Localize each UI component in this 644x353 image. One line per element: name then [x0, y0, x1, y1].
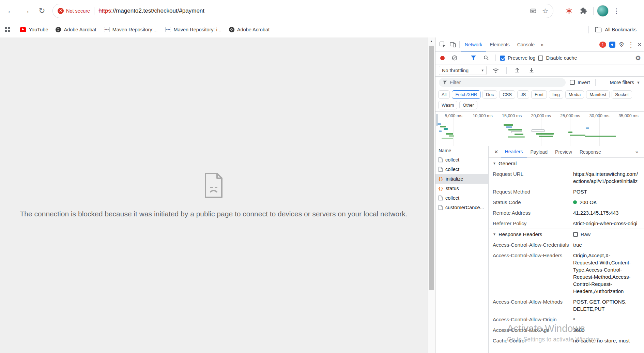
filter-chip[interactable]: Other: [459, 101, 477, 109]
toolbar-divider: [593, 7, 594, 15]
request-name: initialize: [446, 176, 463, 182]
export-har-icon[interactable]: [526, 65, 537, 76]
bookmark-item[interactable]: Adobe Acrobat: [52, 25, 99, 34]
inspect-element-icon[interactable]: [438, 40, 448, 50]
all-bookmarks-button[interactable]: All Bookmarks: [592, 25, 639, 34]
bookmark-star-icon[interactable]: ☆: [542, 7, 548, 15]
forward-button[interactable]: →: [19, 4, 33, 18]
filter-chip[interactable]: All: [438, 90, 450, 99]
filter-chip[interactable]: Media: [565, 90, 584, 99]
invert-checkbox[interactable]: Invert: [570, 80, 590, 85]
filter-chip[interactable]: Font: [531, 90, 547, 99]
requests-table: Name collectcollect{}initialize{}statusc…: [435, 146, 489, 353]
devtools-menu-icon[interactable]: ⋮: [627, 41, 634, 49]
detail-tab-payload[interactable]: Payload: [527, 146, 552, 157]
close-devtools-icon[interactable]: ✕: [637, 42, 642, 48]
extensions-puzzle-icon[interactable]: [577, 4, 590, 17]
filter-funnel-icon[interactable]: [468, 53, 478, 63]
profile-avatar[interactable]: [597, 5, 609, 17]
header-field-value: 3600: [573, 326, 644, 334]
scrollbar-up-arrow[interactable]: ▲: [428, 37, 435, 45]
document-icon: [438, 157, 443, 163]
network-toolbar: Preserve log Disable cache ⚙: [435, 52, 644, 64]
xhr-braces-icon: {}: [438, 186, 443, 191]
status-ok-dot: [573, 200, 577, 204]
url-text[interactable]: https://magento2.test/checkout/#payment: [98, 7, 204, 14]
request-row[interactable]: collect: [435, 165, 488, 174]
network-settings-gear-icon[interactable]: ⚙: [635, 55, 641, 61]
settings-gear-icon[interactable]: ⚙: [618, 41, 624, 48]
record-button[interactable]: [440, 56, 445, 60]
security-chip[interactable]: ✕ Not secure: [58, 8, 90, 14]
omnibox-divider: [94, 7, 94, 15]
filter-chip[interactable]: JS: [517, 90, 529, 99]
filter-input[interactable]: Filter: [439, 78, 566, 87]
import-har-icon[interactable]: [512, 65, 522, 76]
filter-chip[interactable]: CSS: [499, 90, 515, 99]
header-field-value: 200 OK: [573, 199, 644, 206]
device-toolbar-icon[interactable]: [448, 40, 458, 50]
devtools-tab-elements[interactable]: Elements: [486, 37, 513, 51]
search-icon[interactable]: [481, 53, 491, 63]
request-row[interactable]: {}status: [435, 184, 488, 193]
reading-list-icon[interactable]: [530, 7, 537, 14]
detail-tab-preview[interactable]: Preview: [551, 146, 576, 157]
request-row[interactable]: collect: [435, 155, 488, 165]
general-section-header[interactable]: ▼ General: [489, 158, 644, 169]
blocked-message: The connection is blocked because it was…: [18, 210, 410, 218]
network-conditions-icon[interactable]: [491, 65, 501, 76]
disable-cache-checkbox[interactable]: Disable cache: [538, 55, 577, 61]
checkbox-unchecked: [573, 232, 578, 237]
divider: [506, 67, 507, 74]
request-row[interactable]: customerCance...: [435, 203, 488, 212]
header-field-row: Request URLhttps://qa.interswitchng.com/…: [489, 169, 644, 186]
issues-count-badge[interactable]: 1: [599, 42, 607, 48]
bookmark-item[interactable]: Maven Repository:...: [101, 25, 161, 34]
devtools-tab-network[interactable]: Network: [461, 37, 486, 51]
detail-tab-headers[interactable]: Headers: [501, 146, 527, 157]
extension-panel-icon[interactable]: [609, 42, 615, 48]
network-overview-timeline[interactable]: 5,000 ms10,000 ms15,000 ms20,000 ms25,00…: [435, 112, 644, 146]
filter-chip[interactable]: Fetch/XHR: [452, 90, 480, 99]
scrollbar-thumb[interactable]: [429, 46, 434, 290]
apps-grid-icon[interactable]: [5, 27, 10, 32]
request-row[interactable]: collect: [435, 193, 488, 203]
address-bar[interactable]: ✕ Not secure https://magento2.test/check…: [52, 4, 553, 18]
filter-chip[interactable]: Manifest: [586, 90, 610, 99]
back-button[interactable]: ←: [3, 4, 18, 18]
bookmark-item[interactable]: Adobe Acrobat: [226, 25, 273, 34]
browser-menu-button[interactable]: ⋮: [610, 4, 623, 17]
name-column-header[interactable]: Name: [435, 146, 488, 155]
header-field-row: Access-Control-Allow-MethodsPOST, GET, O…: [489, 296, 644, 314]
more-filters-button[interactable]: More filters ▼: [610, 80, 640, 85]
red-extension-icon[interactable]: [563, 4, 576, 17]
funnel-icon: [443, 80, 447, 85]
filter-chip[interactable]: Wasm: [438, 101, 457, 109]
close-detail-icon[interactable]: ✕: [491, 149, 501, 155]
response-headers-section-header[interactable]: ▼ Response Headers Raw: [489, 229, 644, 240]
detail-tab-response[interactable]: Response: [576, 146, 605, 157]
reload-button[interactable]: ↻: [35, 4, 49, 18]
filter-chip[interactable]: Img: [549, 90, 563, 99]
preserve-log-checkbox[interactable]: Preserve log: [500, 55, 535, 61]
more-detail-tabs-chevron[interactable]: »: [633, 149, 641, 155]
bookmark-item[interactable]: YouTube: [17, 25, 51, 34]
blocked-page: The connection is blocked because it was…: [0, 37, 427, 353]
filter-chip[interactable]: Socket: [612, 90, 632, 99]
request-row[interactable]: {}initialize: [435, 174, 488, 184]
header-field-name: Request Method: [493, 188, 573, 195]
devtools-tab-console[interactable]: Console: [513, 37, 538, 51]
bookmark-item[interactable]: Maven Repository: i...: [162, 25, 225, 34]
maven-icon: [104, 27, 110, 32]
throttling-select[interactable]: No throttling ▾: [439, 66, 487, 75]
checkbox-checked: [500, 56, 505, 61]
raw-toggle[interactable]: Raw: [573, 229, 591, 240]
filter-chip[interactable]: Doc: [482, 90, 497, 99]
more-tabs-chevron[interactable]: »: [538, 42, 546, 47]
document-icon: [438, 167, 443, 172]
timeline-label: 5,000 ms: [439, 113, 468, 118]
clear-network-log-icon[interactable]: [449, 53, 460, 63]
header-field-value: strict-origin-when-cross-origi: [573, 220, 644, 227]
header-field-value: 41.223.145.175:443: [573, 209, 644, 216]
page-scrollbar[interactable]: ▲: [427, 37, 435, 353]
